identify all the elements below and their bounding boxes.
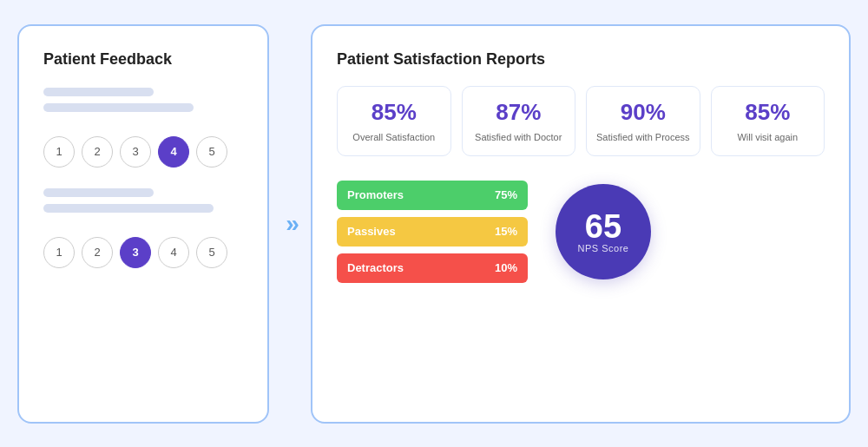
nps-bar-detractors: Detractors 10%: [337, 253, 528, 283]
question1-skeleton: [43, 88, 243, 119]
skeleton-line: [43, 188, 154, 197]
rating-2[interactable]: 2: [82, 136, 113, 168]
rating-5[interactable]: 5: [196, 237, 227, 268]
skeleton-line: [43, 103, 194, 112]
stat-label-doctor: Satisfied with Doctor: [475, 131, 562, 143]
promoters-label: Promoters: [337, 181, 432, 210]
stat-label-overall: Overall Satisfaction: [352, 131, 435, 143]
arrow-connector: »: [269, 24, 311, 424]
detractors-label: Detractors: [337, 253, 432, 283]
nps-bar-passives: Passives 15%: [337, 217, 528, 247]
rating-1[interactable]: 1: [43, 237, 75, 268]
skeleton-line: [43, 88, 154, 96]
stat-percent-doctor: 87%: [496, 99, 541, 126]
stat-label-revisit: Will visit again: [737, 131, 798, 143]
stat-percent-process: 90%: [621, 99, 666, 126]
nps-score-label: NPS Score: [578, 243, 629, 253]
left-panel-title: Patient Feedback: [43, 50, 243, 69]
rating-2[interactable]: 2: [82, 237, 113, 268]
rating-4-active[interactable]: 4: [158, 136, 189, 168]
rating-3[interactable]: 3: [120, 136, 151, 168]
bottom-section: Promoters 75% Passives 15% Detractors 10…: [337, 181, 825, 283]
skeleton-line: [43, 204, 214, 213]
stat-card-overall: 85% Overall Satisfaction: [337, 86, 451, 156]
nps-score-circle: 65 NPS Score: [556, 184, 651, 279]
question1-rating-row: 1 2 3 4 5: [43, 136, 243, 168]
passives-label: Passives: [337, 217, 432, 247]
stat-percent-overall: 85%: [372, 99, 417, 126]
nps-bars: Promoters 75% Passives 15% Detractors 10…: [337, 181, 528, 283]
question2-skeleton: [43, 188, 243, 220]
stat-card-process: 90% Satisfied with Process: [586, 86, 700, 156]
nps-score-number: 65: [585, 210, 621, 243]
left-panel: Patient Feedback 1 2 3 4 5 1 2 3 4 5: [17, 24, 269, 424]
forward-arrow-icon: »: [286, 210, 294, 238]
rating-1[interactable]: 1: [43, 136, 75, 168]
stat-percent-revisit: 85%: [745, 99, 790, 126]
promoters-value: 75%: [484, 181, 528, 210]
question2-rating-row: 1 2 3 4 5: [43, 237, 243, 268]
passives-value: 15%: [484, 217, 528, 247]
detractors-value: 10%: [484, 253, 528, 283]
stat-card-doctor: 87% Satisfied with Doctor: [462, 86, 576, 156]
nps-bar-promoters: Promoters 75%: [337, 181, 528, 210]
stat-cards: 85% Overall Satisfaction 87% Satisfied w…: [337, 86, 825, 156]
right-panel-title: Patient Satisfaction Reports: [337, 50, 825, 69]
rating-4[interactable]: 4: [158, 237, 189, 268]
stat-label-process: Satisfied with Process: [596, 131, 690, 143]
rating-3-active[interactable]: 3: [120, 237, 151, 268]
rating-5[interactable]: 5: [196, 136, 227, 168]
main-container: Patient Feedback 1 2 3 4 5 1 2 3 4 5 »: [17, 24, 851, 424]
right-panel: Patient Satisfaction Reports 85% Overall…: [311, 24, 851, 424]
stat-card-revisit: 85% Will visit again: [711, 86, 825, 156]
